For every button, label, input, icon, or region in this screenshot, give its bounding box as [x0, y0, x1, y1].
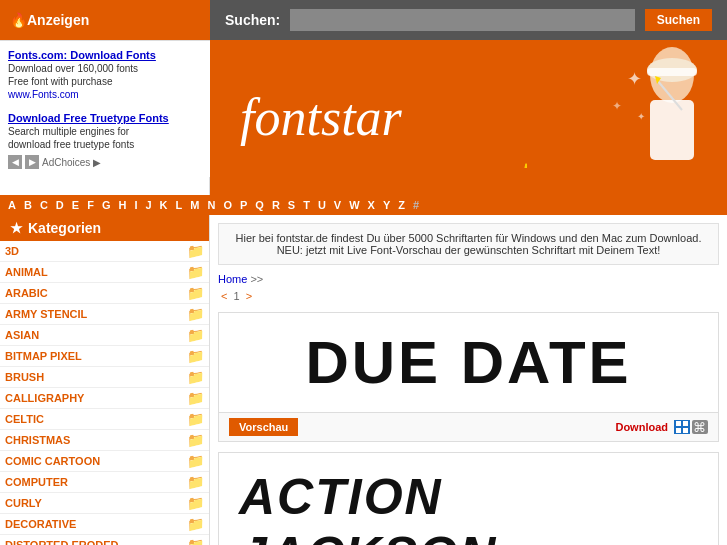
sidebar-item-animal[interactable]: ANIMAL 📁 [0, 262, 209, 283]
pagination-next[interactable]: > [246, 290, 252, 302]
search-input[interactable] [290, 9, 634, 31]
sidebar: ★ Kategorien 3D 📁 ANIMAL 📁 ARABIC 📁 ARMY… [0, 215, 210, 545]
alpha-link-l[interactable]: L [173, 198, 186, 212]
alpha-link-t[interactable]: T [300, 198, 313, 212]
breadcrumb: Home >> [218, 273, 719, 285]
alpha-link-e[interactable]: E [69, 198, 82, 212]
alpha-link-u[interactable]: U [315, 198, 329, 212]
svg-rect-10 [676, 421, 681, 426]
content-area: Hier bei fontstar.de findest Du über 500… [210, 215, 727, 545]
search-button[interactable]: Suchen [645, 9, 712, 31]
sidebar-item-calligraphy[interactable]: CALLIGRAPHY 📁 [0, 388, 209, 409]
alpha-link-n[interactable]: N [204, 198, 218, 212]
banner-image: ✦ ✦ ✦ [527, 40, 727, 195]
pagination-current: 1 [234, 290, 240, 302]
sidebar-item-brush[interactable]: BRUSH 📁 [0, 367, 209, 388]
search-bar: Suchen: Suchen [210, 0, 727, 40]
ad-1-text-1: Download over 160,000 fonts [8, 63, 202, 74]
folder-icon: 📁 [187, 411, 204, 427]
ad-prev-button[interactable]: ◀ [8, 155, 22, 169]
folder-icon: 📁 [187, 327, 204, 343]
alpha-link-b[interactable]: B [21, 198, 35, 212]
sidebar-item-comic-cartoon[interactable]: COMIC CARTOON 📁 [0, 451, 209, 472]
svg-rect-2 [650, 100, 694, 160]
site-logo: 🔥 Anzeigen [0, 0, 210, 40]
banner-title: fontstar [210, 88, 402, 147]
alpha-link-p[interactable]: P [237, 198, 250, 212]
svg-text:✦: ✦ [627, 69, 642, 89]
os-icons-due-date: ⌘ [674, 420, 708, 434]
sidebar-item-arabic[interactable]: ARABIC 📁 [0, 283, 209, 304]
alpha-link-f[interactable]: F [84, 198, 97, 212]
download-link-due-date[interactable]: Download [615, 421, 668, 433]
vorschau-button-due-date[interactable]: Vorschau [229, 418, 298, 436]
breadcrumb-home-link[interactable]: Home [218, 273, 247, 285]
ad-1-text-2: Free font with purchase [8, 76, 202, 87]
ad-2-title[interactable]: Download Free Truetype Fonts [8, 112, 202, 124]
alpha-link-w[interactable]: W [346, 198, 362, 212]
sidebar-item-distorted-eroded[interactable]: DISTORTED ERODED 📁 [0, 535, 209, 545]
alpha-link-z[interactable]: Z [395, 198, 408, 212]
alpha-link-s[interactable]: S [285, 198, 298, 212]
svg-rect-12 [676, 428, 681, 433]
ad-2-text-1: Search multiple engines for [8, 126, 202, 137]
ad-2-text-2: download free truetype fonts [8, 139, 202, 150]
alpha-link-g[interactable]: G [99, 198, 114, 212]
alpha-link-hash[interactable]: # [410, 198, 422, 212]
font-preview-text-action-jackson: ACTION JACKSON [239, 468, 698, 545]
font-card-footer-due-date: Vorschau Download [219, 412, 718, 441]
ad-next-button[interactable]: ▶ [25, 155, 39, 169]
alpha-link-j[interactable]: J [142, 198, 154, 212]
svg-rect-4 [647, 68, 697, 76]
alphabet-navigation: A B C D E F G H I J K L M N O P Q R S T … [0, 195, 727, 215]
alpha-link-a[interactable]: A [5, 198, 19, 212]
sidebar-item-curly[interactable]: CURLY 📁 [0, 493, 209, 514]
ad-1-title[interactable]: Fonts.com: Download Fonts [8, 49, 202, 61]
ad-choices-icon: ▶ [93, 157, 101, 168]
folder-icon: 📁 [187, 264, 204, 280]
sidebar-item-army-stencil[interactable]: ARMY STENCIL 📁 [0, 304, 209, 325]
svg-text:⌘: ⌘ [693, 420, 706, 435]
alpha-link-i[interactable]: I [131, 198, 140, 212]
sidebar-title: ★ Kategorien [0, 215, 209, 241]
folder-icon: 📁 [187, 516, 204, 532]
alpha-link-d[interactable]: D [53, 198, 67, 212]
ad-choices-label: AdChoices [42, 157, 90, 168]
svg-text:✦: ✦ [637, 111, 645, 122]
alpha-link-y[interactable]: Y [380, 198, 393, 212]
font-preview-action-jackson: ACTION JACKSON [219, 453, 718, 545]
alpha-link-c[interactable]: C [37, 198, 51, 212]
sidebar-item-bitmap-pixel[interactable]: BITMAP PIXEL 📁 [0, 346, 209, 367]
intro-text: Hier bei fontstar.de findest Du über 500… [218, 223, 719, 265]
alpha-link-x[interactable]: X [365, 198, 378, 212]
sidebar-item-christmas[interactable]: CHRISTMAS 📁 [0, 430, 209, 451]
svg-rect-13 [683, 428, 688, 433]
folder-icon: 📁 [187, 432, 204, 448]
font-card-action-jackson: ACTION JACKSON Vorschau Download [218, 452, 719, 545]
ad-section: Fonts.com: Download Fonts Download over … [0, 40, 210, 177]
folder-icon: 📁 [187, 453, 204, 469]
svg-text:✦: ✦ [612, 99, 622, 113]
alpha-link-m[interactable]: M [187, 198, 202, 212]
folder-icon: 📁 [187, 285, 204, 301]
alpha-link-o[interactable]: O [220, 198, 235, 212]
pagination-prev[interactable]: < [221, 290, 227, 302]
ad-1-link[interactable]: www.Fonts.com [8, 89, 202, 100]
sidebar-item-3d[interactable]: 3D 📁 [0, 241, 209, 262]
alpha-link-r[interactable]: R [269, 198, 283, 212]
folder-icon: 📁 [187, 495, 204, 511]
sidebar-item-computer[interactable]: COMPUTER 📁 [0, 472, 209, 493]
sidebar-item-decorative[interactable]: DECORATIVE 📁 [0, 514, 209, 535]
font-preview-due-date: DUE DATE [219, 313, 718, 412]
download-section-due-date: Download ⌘ [615, 420, 708, 434]
sidebar-item-asian[interactable]: ASIAN 📁 [0, 325, 209, 346]
windows-icon [674, 420, 690, 434]
alpha-link-h[interactable]: H [115, 198, 129, 212]
font-preview-text-due-date: DUE DATE [305, 328, 631, 397]
pagination: < 1 > [218, 290, 719, 302]
alpha-link-q[interactable]: Q [252, 198, 267, 212]
alpha-link-k[interactable]: K [157, 198, 171, 212]
sidebar-item-celtic[interactable]: CELTIC 📁 [0, 409, 209, 430]
ad-navigation: ◀ ▶ AdChoices ▶ [8, 155, 202, 169]
alpha-link-v[interactable]: V [331, 198, 344, 212]
